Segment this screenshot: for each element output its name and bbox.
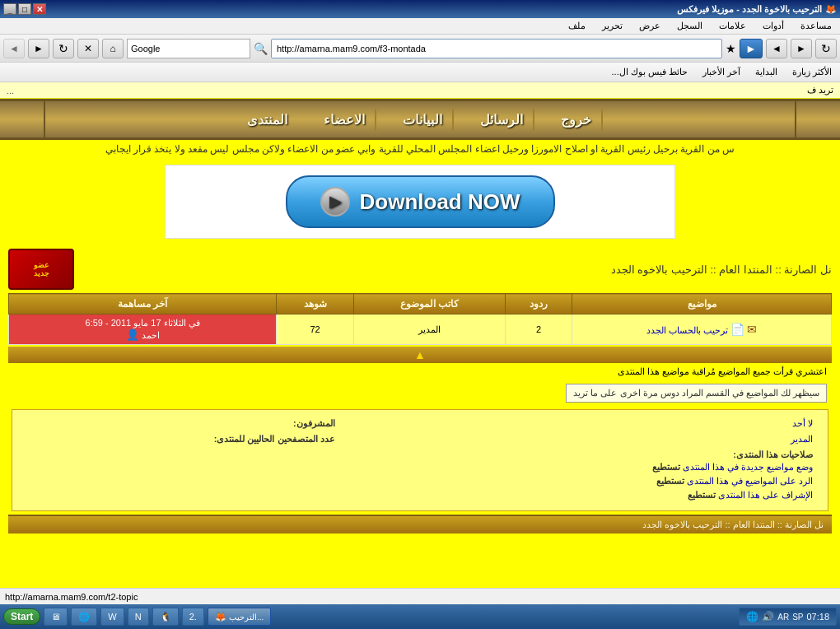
- badge-text: عضوجديد: [34, 261, 49, 277]
- stats-row-2: المدير عدد المتصفحين الحاليين للمنتدى:: [22, 432, 818, 446]
- maximize-button[interactable]: □: [18, 3, 31, 15]
- nav-messages[interactable]: الرسائل: [470, 109, 534, 131]
- ad-banner[interactable]: Download NOW ▶: [165, 165, 675, 239]
- search-icon[interactable]: 🔍: [254, 42, 268, 55]
- refresh-button[interactable]: ↻: [53, 39, 74, 58]
- app-icon-4: N: [135, 612, 142, 622]
- col-topics: مواضيع: [572, 294, 832, 314]
- col-replies: ردود: [505, 294, 572, 314]
- window-title: الترحيب بالاخوة الجدد - موزيلا فيرفكس: [677, 4, 822, 15]
- bookmark-facebook[interactable]: حائط فيس بوك ال...: [607, 65, 693, 79]
- user-avatar-icon: 👤: [126, 328, 139, 341]
- status-url: http://amarna.mam9.com/t2-topic: [5, 592, 138, 602]
- menu-tools[interactable]: أدوات: [758, 20, 789, 32]
- taskbar-app-3[interactable]: W: [100, 608, 124, 626]
- address-bar[interactable]: [271, 39, 722, 58]
- menu-edit[interactable]: تحرير: [597, 20, 628, 32]
- perm-1: وضع مواضيع جديدة في هذا المنتدى تستطيع: [27, 460, 813, 474]
- taskbar-left: Start 🖥 🌐 W N 🐧 2. 🦊 الترحيب...: [3, 608, 271, 626]
- perm-1-action: وضع مواضيع جديدة في هذا المنتدى: [683, 462, 813, 472]
- breadcrumb-text: نل الصارنة :: المنتدا العام :: الترحيب ب…: [611, 263, 832, 276]
- stat-users-label: المشرفون:: [22, 417, 340, 431]
- menu-bookmarks[interactable]: علامات: [714, 20, 751, 32]
- taskbar-firefox[interactable]: 🦊 الترحيب...: [208, 608, 271, 626]
- stats-row-1: لا أحد المشرفون:: [22, 417, 818, 431]
- taskbar-app-2[interactable]: 🌐: [71, 608, 97, 626]
- menu-file[interactable]: ملف: [563, 20, 590, 32]
- bookmark-home[interactable]: البداية: [750, 65, 782, 79]
- last-post-text: في الثلاثاء 17 مايو 2011 - 6:59: [86, 318, 200, 328]
- menu-history[interactable]: السجل: [672, 20, 707, 32]
- left-pillar: [0, 101, 45, 137]
- topic-link[interactable]: ترحيب بالحساب الجدد: [646, 325, 728, 335]
- go-button[interactable]: ►: [740, 39, 763, 58]
- search-input[interactable]: [127, 39, 250, 58]
- last-post-user: احمد 👤: [126, 330, 160, 340]
- close-button[interactable]: ✕: [33, 3, 46, 15]
- bookmark-news[interactable]: آخر الأخبار: [698, 65, 745, 79]
- info-bar-text: تريد ف: [807, 85, 833, 96]
- footer-breadcrumb-text: نل الصارنة :: المنتدا العام :: الترحيب ب…: [642, 520, 824, 529]
- title-bar: 🦊 الترحيب بالاخوة الجدد - موزيلا فيرفكس …: [0, 0, 840, 18]
- home-button[interactable]: ⌂: [102, 39, 124, 58]
- prev-nav-button[interactable]: ◄: [766, 39, 787, 58]
- stats-table: لا أحد المشرفون: المدير عدد المتصفحين ال…: [21, 415, 819, 506]
- author-cell: المدير: [353, 314, 505, 345]
- back-button[interactable]: ◄: [3, 39, 25, 58]
- minimize-button[interactable]: _: [3, 3, 16, 15]
- page-content: خروج الرسائل البيانات الاعضاء المنتدى س …: [0, 99, 840, 588]
- stats-row-3: صلاحيات هذا المنتدى: وضع مواضيع جديدة في…: [22, 448, 818, 504]
- scrollable-content[interactable]: خروج الرسائل البيانات الاعضاء المنتدى س …: [0, 99, 840, 588]
- menu-view[interactable]: عرض: [634, 20, 665, 32]
- arabic-banner-text: س من القرية برحيل رئيس القرية او اصلاح ا…: [105, 143, 735, 155]
- bookmark-most-visited[interactable]: الأكثر زيارة: [787, 65, 837, 79]
- col-last-post: آخر مساهمة: [9, 294, 277, 314]
- stat-perms-label: صلاحيات هذا المنتدى: وضع مواضيع جديدة في…: [22, 448, 818, 504]
- perm-1-label: تستطيع: [652, 462, 680, 472]
- status-bar: http://amarna.mam9.com/t2-topic: [0, 588, 840, 604]
- table-row: ✉ 📄 ترحيب بالحساب الجدد 2 المدير 72 في ا…: [9, 314, 832, 345]
- footer-breadcrumb: نل الصارنة :: المنتدا العام :: الترحيب ب…: [8, 515, 832, 533]
- taskbar-app-1[interactable]: 🖥: [44, 608, 68, 626]
- app-icon-1: 🖥: [51, 612, 60, 622]
- tray-icon-2: 🌐: [746, 611, 758, 622]
- tooltip-popup: سيظهر لك المواضيع في القسم المراد دوس مر…: [566, 384, 827, 403]
- stat-online-value: المدير: [342, 432, 818, 446]
- reload-button[interactable]: ↻: [815, 39, 837, 58]
- taskbar-app-5[interactable]: 🐧: [152, 608, 179, 626]
- app-icon-5: 🐧: [160, 612, 171, 622]
- menu-bar: مساعدة أدوات علامات السجل عرض تحرير ملف: [0, 18, 840, 35]
- title-bar-text: 🦊 الترحيب بالاخوة الجدد - موزيلا فيرفكس: [677, 4, 837, 15]
- firefox-taskbar-icon: 🦊: [215, 612, 226, 622]
- nav-forum[interactable]: المنتدى: [237, 109, 297, 131]
- col-author: كاتب الموضوع: [353, 294, 505, 314]
- taskbar-tray: 07:18 SP AR 🔊 🌐: [739, 608, 837, 626]
- perm-2-action: الرد على المواضيع في هذا المنتدى: [687, 476, 813, 486]
- nav-data[interactable]: البيانات: [393, 109, 454, 131]
- start-button[interactable]: Start: [3, 608, 40, 625]
- start-label: Start: [11, 611, 33, 622]
- tooltip-text: سيظهر لك المواضيع في القسم المراد دوس مر…: [573, 388, 819, 398]
- taskbar-app-6[interactable]: 2.: [182, 608, 204, 626]
- perm-2-label: تستطيع: [656, 476, 684, 486]
- perms-heading: صلاحيات هذا المنتدى:: [733, 450, 813, 459]
- arabic-text-banner: س من القرية برحيل رئيس القرية او اصلاح ا…: [0, 140, 840, 158]
- next-nav-button[interactable]: ►: [791, 39, 812, 58]
- play-icon: ▶: [320, 187, 350, 217]
- bookmark-star-icon[interactable]: ★: [726, 42, 736, 55]
- download-label: Download NOW: [360, 189, 520, 215]
- nav-members[interactable]: الاعضاء: [314, 109, 376, 131]
- bookmarks-bar: الأكثر زيارة البداية آخر الأخبار حائط في…: [0, 63, 840, 82]
- menu-help[interactable]: مساعدة: [796, 20, 837, 32]
- views-cell: 72: [277, 314, 354, 345]
- taskbar-app-4[interactable]: N: [128, 608, 149, 626]
- nav-exit[interactable]: خروج: [551, 109, 603, 131]
- taskbar: Start 🖥 🌐 W N 🐧 2. 🦊 الترحيب... 07:18 SP…: [0, 604, 840, 629]
- firefox-icon: 🦊: [825, 4, 837, 15]
- stop-button[interactable]: ✕: [77, 39, 99, 58]
- envelope-icon: ✉: [747, 323, 757, 336]
- forward-button[interactable]: ►: [28, 39, 49, 58]
- welcome-section: نل الصارنة :: المنتدا العام :: الترحيب ب…: [0, 245, 840, 537]
- download-button[interactable]: Download NOW ▶: [286, 175, 555, 228]
- tray-sp: SP: [792, 613, 803, 622]
